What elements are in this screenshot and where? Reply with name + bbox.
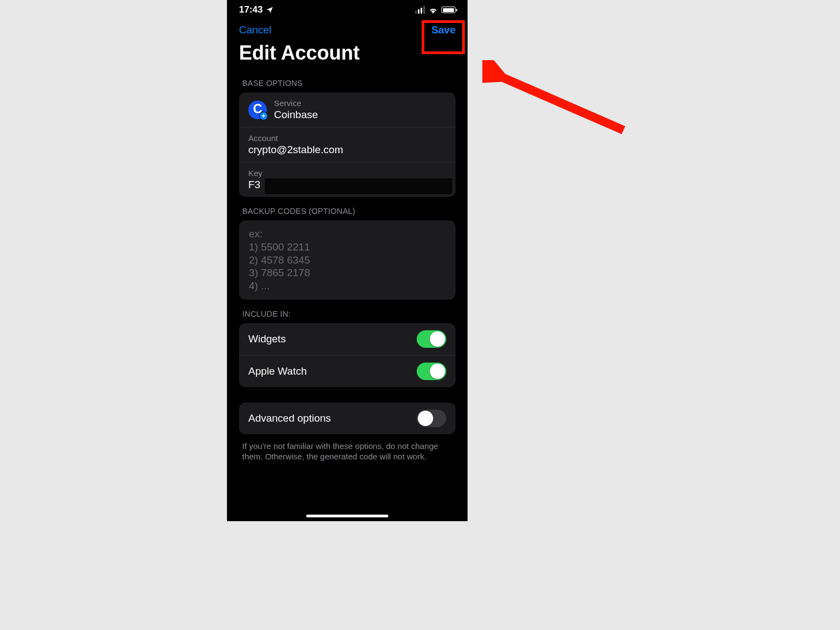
applewatch-row: Apple Watch [239,355,456,387]
base-options-card: C + Service Coinbase Account crypto@2sta… [239,92,456,197]
widgets-label: Widgets [248,333,286,345]
add-badge-icon: + [259,112,268,120]
widgets-toggle[interactable] [417,330,446,348]
key-label: Key [248,168,446,178]
cancel-button[interactable]: Cancel [239,24,271,36]
advanced-card: Advanced options [239,402,456,434]
applewatch-label: Apple Watch [248,365,307,377]
widgets-row: Widgets [239,323,456,355]
phone-screen: 17:43 Cancel Save Edit Account BASE OPTI… [227,0,468,521]
status-bar: 17:43 [227,0,468,20]
section-header-base: BASE OPTIONS [227,69,468,92]
advanced-toggle[interactable] [417,410,446,427]
save-button[interactable]: Save [431,24,456,36]
location-icon [266,6,273,14]
nav-bar: Cancel Save [227,20,468,40]
applewatch-toggle[interactable] [417,363,446,380]
advanced-row: Advanced options [239,402,456,434]
include-card: Widgets Apple Watch [239,323,456,387]
advanced-footer: If you're not familiar with these option… [227,434,468,462]
key-redaction [265,178,452,194]
wifi-icon [428,7,438,14]
account-row[interactable]: Account crypto@2stable.com [239,127,456,162]
service-row[interactable]: C + Service Coinbase [239,92,456,127]
advanced-label: Advanced options [248,412,331,424]
key-row[interactable]: Key F3 [239,162,456,197]
backup-codes-input[interactable]: ex: 1) 5500 2211 2) 4578 6345 3) 7865 21… [239,220,456,300]
page-title: Edit Account [227,40,468,69]
home-indicator[interactable] [306,515,388,517]
section-header-include: INCLUDE IN: [227,300,468,323]
battery-icon [441,7,456,13]
account-value: crypto@2stable.com [248,144,446,156]
cellular-icon [415,6,425,14]
service-label: Service [274,98,318,108]
svg-line-0 [495,74,623,130]
service-value: Coinbase [274,109,318,121]
annotation-arrow-icon [482,60,630,142]
section-header-backup: BACKUP CODES (OPTIONAL) [227,197,468,220]
status-time: 17:43 [239,4,262,15]
account-label: Account [248,133,446,143]
